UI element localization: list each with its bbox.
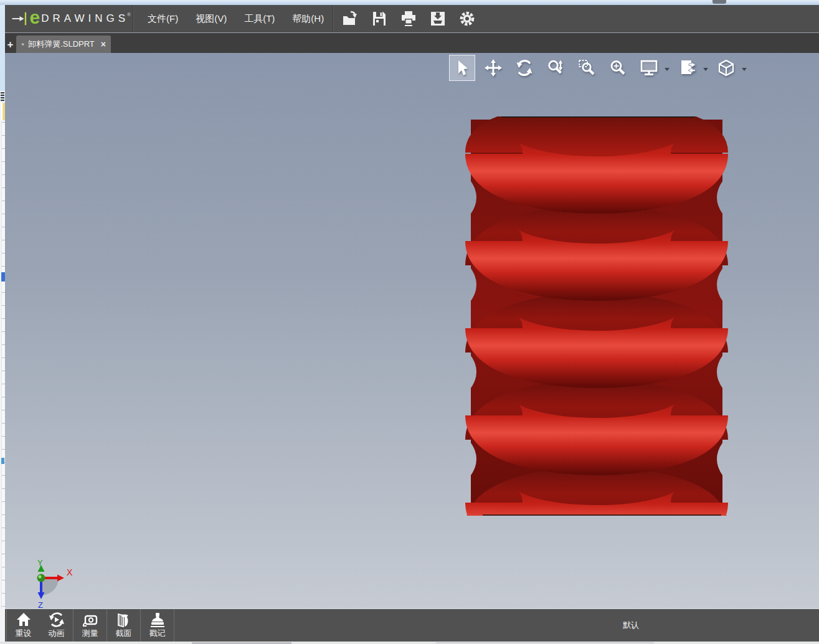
menu-file[interactable]: 文件(F): [139, 5, 187, 32]
section-label: 截面: [116, 629, 132, 637]
animation-label: 动画: [49, 629, 65, 637]
menu-bar: e DRAWINGS ® 文件(F) 视图(V) 工具(T) 帮助(H): [5, 5, 819, 32]
orientation-triad: X Y Z: [30, 559, 82, 608]
bottom-toolbar-buttons: 重设 动画 测量: [6, 609, 174, 642]
section-icon: [115, 612, 133, 628]
configuration-label: 默认: [623, 609, 639, 642]
menubar-separator: [333, 5, 334, 32]
measure-label: 测量: [82, 629, 98, 637]
logo-brand: DRAWINGS: [41, 12, 129, 25]
menu-items: 文件(F) 视图(V) 工具(T) 帮助(H): [139, 5, 333, 32]
options-button[interactable]: [458, 10, 476, 27]
triad-x-label: X: [67, 567, 73, 577]
measure-icon: [82, 612, 99, 628]
tab-label: 卸料弹簧.SLDPRT: [28, 39, 95, 50]
new-tab-button[interactable]: +: [5, 37, 16, 52]
background-window-sliver: [0, 5, 5, 642]
tab-close-icon[interactable]: ×: [101, 40, 106, 49]
background-window-fragment: [712, 0, 726, 4]
background-window-fragment: [1, 92, 4, 102]
save-icon: [371, 11, 387, 27]
animation-button[interactable]: 动画: [40, 609, 73, 642]
menu-help[interactable]: 帮助(H): [283, 5, 333, 32]
tab-bar: + 卸料弹簧.SLDPRT ×: [5, 32, 819, 53]
logo-registered-mark: ®: [127, 12, 131, 17]
menubar-separator: [133, 5, 134, 32]
stamp-icon: [149, 612, 166, 628]
background-window-fragment: [1, 458, 4, 464]
orientation-dropdown-icon[interactable]: [742, 68, 747, 71]
print-button[interactable]: [400, 10, 417, 27]
open-button[interactable]: [341, 10, 359, 27]
edrawings-logo: e DRAWINGS ®: [5, 8, 133, 29]
background-window-fragment: [436, 642, 654, 643]
menu-tools[interactable]: 工具(T): [235, 5, 283, 32]
bottom-toolbar: 重设 动画 测量: [5, 609, 819, 642]
save-button[interactable]: [371, 10, 388, 27]
open-icon: [342, 11, 359, 27]
settings-gear-icon: [459, 11, 475, 27]
spring-model[interactable]: [455, 59, 741, 523]
print-icon: [400, 11, 417, 27]
menu-view[interactable]: 视图(V): [187, 5, 235, 32]
background-window-fragment: [0, 5, 5, 91]
publish-button[interactable]: [429, 10, 447, 27]
menubar-toolbar: [341, 10, 476, 27]
stamp-button[interactable]: 戳记: [141, 609, 174, 642]
edrawings-window: e DRAWINGS ® 文件(F) 视图(V) 工具(T) 帮助(H): [0, 0, 819, 644]
part-icon: [21, 39, 24, 49]
model-viewport[interactable]: X Y Z: [5, 53, 819, 608]
publish-icon: [430, 11, 446, 27]
reset-button[interactable]: 重设: [6, 609, 40, 642]
edrawings-arrow-icon: [11, 9, 29, 28]
logo-e: e: [30, 8, 40, 27]
document-tab[interactable]: 卸料弹簧.SLDPRT ×: [16, 36, 111, 53]
triad-z-label: Z: [38, 600, 43, 608]
window-top-border: [0, 0, 819, 5]
reset-label: 重设: [16, 629, 32, 637]
background-window-sliver: [0, 642, 819, 644]
triad-y-label: Y: [37, 559, 43, 567]
section-button[interactable]: 截面: [107, 609, 141, 642]
measure-button[interactable]: 测量: [73, 609, 107, 642]
stamp-label: 戳记: [149, 629, 166, 637]
animation-icon: [48, 612, 65, 628]
home-icon: [15, 612, 32, 628]
